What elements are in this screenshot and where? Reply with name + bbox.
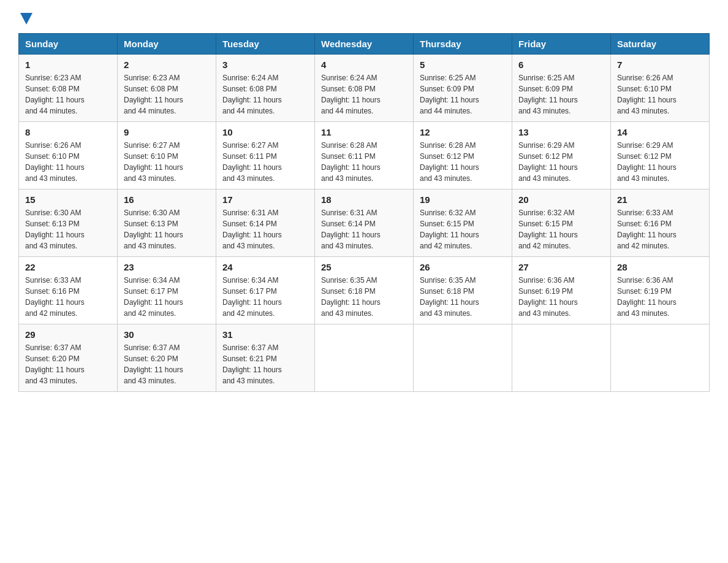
day-header-saturday: Saturday (611, 34, 710, 55)
calendar-header-row: SundayMondayTuesdayWednesdayThursdayFrid… (19, 34, 710, 55)
calendar-cell: 22 Sunrise: 6:33 AM Sunset: 6:16 PM Dayl… (19, 257, 118, 324)
day-header-monday: Monday (118, 34, 216, 55)
calendar-cell: 24 Sunrise: 6:34 AM Sunset: 6:17 PM Dayl… (216, 257, 315, 324)
day-info: Sunrise: 6:27 AM Sunset: 6:10 PM Dayligh… (124, 140, 210, 184)
day-number: 16 (124, 194, 210, 205)
day-number: 31 (222, 329, 308, 340)
day-info: Sunrise: 6:32 AM Sunset: 6:15 PM Dayligh… (420, 207, 506, 251)
day-info: Sunrise: 6:25 AM Sunset: 6:09 PM Dayligh… (420, 72, 506, 117)
day-number: 15 (25, 194, 111, 205)
calendar-cell: 13 Sunrise: 6:29 AM Sunset: 6:12 PM Dayl… (512, 122, 611, 190)
calendar-cell: 12 Sunrise: 6:28 AM Sunset: 6:12 PM Dayl… (414, 122, 512, 190)
day-info: Sunrise: 6:34 AM Sunset: 6:17 PM Dayligh… (124, 275, 210, 319)
day-info: Sunrise: 6:35 AM Sunset: 6:18 PM Dayligh… (420, 275, 506, 319)
day-number: 1 (25, 59, 111, 70)
calendar-cell: 1 Sunrise: 6:23 AM Sunset: 6:08 PM Dayli… (19, 55, 118, 122)
calendar-week-row: 8 Sunrise: 6:26 AM Sunset: 6:10 PM Dayli… (19, 122, 710, 190)
day-number: 13 (518, 127, 604, 137)
day-number: 22 (25, 262, 111, 272)
day-header-tuesday: Tuesday (216, 34, 315, 55)
calendar-table: SundayMondayTuesdayWednesdayThursdayFrid… (18, 33, 710, 392)
day-info: Sunrise: 6:33 AM Sunset: 6:16 PM Dayligh… (25, 275, 111, 319)
day-number: 12 (420, 127, 506, 137)
day-number: 21 (617, 194, 703, 205)
logo (18, 12, 33, 22)
day-header-friday: Friday (512, 34, 611, 55)
calendar-cell: 20 Sunrise: 6:32 AM Sunset: 6:15 PM Dayl… (512, 190, 611, 257)
calendar-cell: 4 Sunrise: 6:24 AM Sunset: 6:08 PM Dayli… (315, 55, 414, 122)
day-info: Sunrise: 6:37 AM Sunset: 6:20 PM Dayligh… (25, 342, 111, 386)
day-info: Sunrise: 6:23 AM Sunset: 6:08 PM Dayligh… (124, 72, 210, 117)
day-number: 23 (124, 262, 210, 272)
calendar-cell: 15 Sunrise: 6:30 AM Sunset: 6:13 PM Dayl… (19, 190, 118, 257)
day-info: Sunrise: 6:23 AM Sunset: 6:08 PM Dayligh… (25, 72, 111, 117)
calendar-cell: 17 Sunrise: 6:31 AM Sunset: 6:14 PM Dayl… (216, 190, 315, 257)
calendar-cell: 10 Sunrise: 6:27 AM Sunset: 6:11 PM Dayl… (216, 122, 315, 190)
day-info: Sunrise: 6:37 AM Sunset: 6:21 PM Dayligh… (222, 342, 308, 386)
calendar-week-row: 15 Sunrise: 6:30 AM Sunset: 6:13 PM Dayl… (19, 190, 710, 257)
day-info: Sunrise: 6:24 AM Sunset: 6:08 PM Dayligh… (222, 72, 308, 117)
day-number: 30 (124, 329, 210, 340)
day-number: 24 (222, 262, 308, 272)
day-info: Sunrise: 6:30 AM Sunset: 6:13 PM Dayligh… (124, 207, 210, 251)
calendar-cell: 11 Sunrise: 6:28 AM Sunset: 6:11 PM Dayl… (315, 122, 414, 190)
calendar-cell: 6 Sunrise: 6:25 AM Sunset: 6:09 PM Dayli… (512, 55, 611, 122)
day-number: 28 (617, 262, 703, 272)
day-info: Sunrise: 6:32 AM Sunset: 6:15 PM Dayligh… (518, 207, 604, 251)
day-info: Sunrise: 6:31 AM Sunset: 6:14 PM Dayligh… (222, 207, 308, 251)
calendar-week-row: 22 Sunrise: 6:33 AM Sunset: 6:16 PM Dayl… (19, 257, 710, 324)
day-number: 6 (518, 59, 604, 70)
day-info: Sunrise: 6:28 AM Sunset: 6:12 PM Dayligh… (420, 140, 506, 184)
day-number: 11 (321, 127, 407, 137)
day-number: 14 (617, 127, 703, 137)
day-info: Sunrise: 6:33 AM Sunset: 6:16 PM Dayligh… (617, 207, 703, 251)
calendar-cell: 2 Sunrise: 6:23 AM Sunset: 6:08 PM Dayli… (118, 55, 216, 122)
day-info: Sunrise: 6:28 AM Sunset: 6:11 PM Dayligh… (321, 140, 407, 184)
day-info: Sunrise: 6:37 AM Sunset: 6:20 PM Dayligh… (124, 342, 210, 386)
day-number: 20 (518, 194, 604, 205)
calendar-cell: 28 Sunrise: 6:36 AM Sunset: 6:19 PM Dayl… (611, 257, 710, 324)
calendar-cell: 31 Sunrise: 6:37 AM Sunset: 6:21 PM Dayl… (216, 324, 315, 392)
calendar-cell: 5 Sunrise: 6:25 AM Sunset: 6:09 PM Dayli… (414, 55, 512, 122)
day-info: Sunrise: 6:29 AM Sunset: 6:12 PM Dayligh… (518, 140, 604, 184)
day-number: 3 (222, 59, 308, 70)
calendar-cell: 26 Sunrise: 6:35 AM Sunset: 6:18 PM Dayl… (414, 257, 512, 324)
day-number: 17 (222, 194, 308, 205)
day-info: Sunrise: 6:26 AM Sunset: 6:10 PM Dayligh… (617, 72, 703, 117)
calendar-cell: 14 Sunrise: 6:29 AM Sunset: 6:12 PM Dayl… (611, 122, 710, 190)
day-info: Sunrise: 6:36 AM Sunset: 6:19 PM Dayligh… (617, 275, 703, 319)
calendar-cell: 7 Sunrise: 6:26 AM Sunset: 6:10 PM Dayli… (611, 55, 710, 122)
logo-arrow-icon (20, 12, 33, 26)
calendar-week-row: 29 Sunrise: 6:37 AM Sunset: 6:20 PM Dayl… (19, 324, 710, 392)
calendar-cell: 29 Sunrise: 6:37 AM Sunset: 6:20 PM Dayl… (19, 324, 118, 392)
svg-marker-0 (20, 13, 32, 25)
day-number: 27 (518, 262, 604, 272)
calendar-cell: 3 Sunrise: 6:24 AM Sunset: 6:08 PM Dayli… (216, 55, 315, 122)
calendar-cell: 30 Sunrise: 6:37 AM Sunset: 6:20 PM Dayl… (118, 324, 216, 392)
calendar-cell: 8 Sunrise: 6:26 AM Sunset: 6:10 PM Dayli… (19, 122, 118, 190)
day-info: Sunrise: 6:34 AM Sunset: 6:17 PM Dayligh… (222, 275, 308, 319)
day-info: Sunrise: 6:26 AM Sunset: 6:10 PM Dayligh… (25, 140, 111, 184)
calendar-cell: 19 Sunrise: 6:32 AM Sunset: 6:15 PM Dayl… (414, 190, 512, 257)
day-number: 9 (124, 127, 210, 137)
day-number: 4 (321, 59, 407, 70)
calendar-cell (512, 324, 611, 392)
calendar-cell: 23 Sunrise: 6:34 AM Sunset: 6:17 PM Dayl… (118, 257, 216, 324)
day-info: Sunrise: 6:35 AM Sunset: 6:18 PM Dayligh… (321, 275, 407, 319)
calendar-cell: 25 Sunrise: 6:35 AM Sunset: 6:18 PM Dayl… (315, 257, 414, 324)
calendar-week-row: 1 Sunrise: 6:23 AM Sunset: 6:08 PM Dayli… (19, 55, 710, 122)
day-number: 5 (420, 59, 506, 70)
day-info: Sunrise: 6:30 AM Sunset: 6:13 PM Dayligh… (25, 207, 111, 251)
day-info: Sunrise: 6:31 AM Sunset: 6:14 PM Dayligh… (321, 207, 407, 251)
calendar-cell: 18 Sunrise: 6:31 AM Sunset: 6:14 PM Dayl… (315, 190, 414, 257)
day-number: 18 (321, 194, 407, 205)
calendar-cell (315, 324, 414, 392)
calendar-cell: 9 Sunrise: 6:27 AM Sunset: 6:10 PM Dayli… (118, 122, 216, 190)
day-number: 7 (617, 59, 703, 70)
day-info: Sunrise: 6:36 AM Sunset: 6:19 PM Dayligh… (518, 275, 604, 319)
calendar-cell: 16 Sunrise: 6:30 AM Sunset: 6:13 PM Dayl… (118, 190, 216, 257)
day-number: 29 (25, 329, 111, 340)
day-info: Sunrise: 6:27 AM Sunset: 6:11 PM Dayligh… (222, 140, 308, 184)
calendar-cell: 21 Sunrise: 6:33 AM Sunset: 6:16 PM Dayl… (611, 190, 710, 257)
calendar-cell: 27 Sunrise: 6:36 AM Sunset: 6:19 PM Dayl… (512, 257, 611, 324)
